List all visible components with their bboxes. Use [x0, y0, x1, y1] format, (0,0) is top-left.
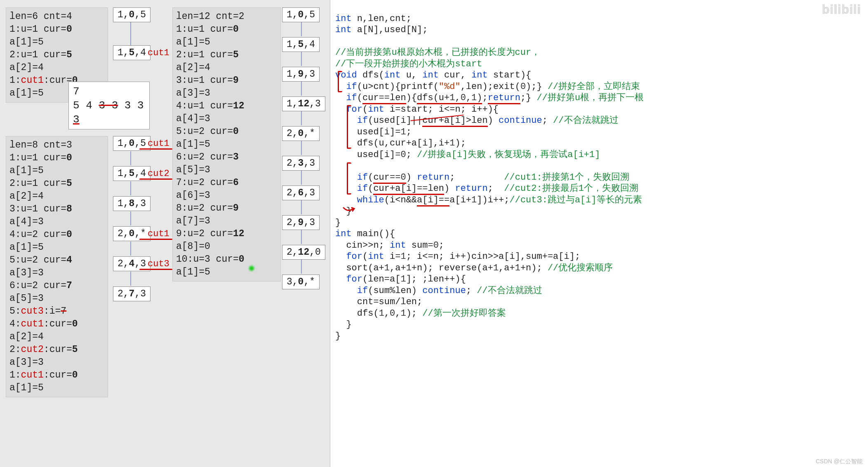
trace-line: 8:u=2 cur=9 a[7]=3: [176, 202, 277, 228]
trace-header: len=12 cnt=2: [176, 10, 277, 23]
trace-line: 9:u=2 cur=12 a[8]=0: [176, 228, 277, 253]
trace-line: 6:u=2 cur=7 a[5]=3: [9, 279, 104, 305]
red-bracket: [347, 105, 351, 149]
logo: bilibili: [822, 2, 861, 16]
trace-line: 6:u=2 cur=3 a[5]=3: [176, 151, 277, 176]
trace-line: 4:u=2 cur=0 a[1]=5: [9, 228, 104, 254]
trace-line: 1:u=1 cur=0 a[1]=5: [9, 23, 104, 49]
red-arrow: [343, 206, 356, 214]
trace-box-len12: len=12 cnt=2 1:u=1 cur=0 a[1]=52:u=1 cur…: [172, 7, 281, 282]
red-bracket: [347, 162, 351, 195]
trace-line: 7:u=2 cur=6 a[6]=3: [176, 176, 277, 202]
code-block: int int n,len,cnt;n,len,cnt; int a[N],us…: [330, 2, 868, 353]
tree-node: 1,0,5: [113, 7, 151, 22]
trace-box-len8: len=8 cnt=3 1:u=1 cur=0 a[1]=52:u=1 cur=…: [6, 136, 108, 397]
tree-node: 2,7,3: [113, 286, 151, 301]
tree-node: 2,12,0: [282, 245, 325, 260]
trace-line: 2:cut2:cur=5 a[3]=3: [9, 343, 104, 369]
watermark: CSDN @仁公智能: [816, 458, 863, 465]
tree-node: 2,9,3: [282, 215, 320, 230]
tree-node: 2,6,3: [282, 185, 320, 200]
trace-line: 5:u=2 cur=4 a[3]=3: [9, 254, 104, 279]
tree-node: 1,5,4: [282, 37, 320, 52]
trace-line: 3:u=1 cur=9 a[3]=3: [176, 74, 277, 100]
tree-node: 1,5,4: [113, 45, 151, 60]
left-pane: len=6 cnt=4 1:u=1 cur=0 a[1]=52:u=1 cur=…: [0, 0, 326, 467]
trace-line: 5:cut3:i=7: [9, 305, 104, 318]
tree-node: 1,0,5: [282, 7, 320, 22]
trace-line: 1:cut1:cur=0 a[1]=5: [9, 369, 104, 394]
input-n: 7: [73, 84, 145, 99]
tree-node: 1,8,3: [113, 196, 151, 211]
trace-line: 3:u=1 cur=8 a[4]=3: [9, 203, 104, 228]
trace-line: 2:u=1 cur=5 a[2]=4: [9, 177, 104, 203]
trace-header: len=6 cnt=4: [9, 10, 104, 23]
trace-line: 1:u=1 cur=0 a[1]=5: [176, 23, 277, 49]
tree-node: 1,12,3: [282, 96, 325, 111]
cut-label: cut1: [148, 48, 169, 58]
tree-node: 3,0,*: [282, 275, 320, 289]
input-box: 7 5 4 3 3 3 3 3: [68, 82, 150, 129]
tree-node: 2,3,3: [282, 156, 320, 171]
code-pane: bilibili int int n,len,cnt;n,len,cnt; in…: [330, 0, 868, 467]
trace-line: 10:u=3 cur=0 a[1]=5: [176, 253, 277, 279]
trace-line: 4:cut1:cur=0 a[2]=4: [9, 318, 104, 343]
tree-node: 2,0,*: [282, 126, 320, 141]
cut-label: cut1: [148, 138, 169, 149]
trace-line: 1:u=1 cur=0 a[1]=5: [9, 152, 104, 177]
trace-line: 5:u=2 cur=0 a[1]=5: [176, 125, 277, 151]
trace-line: 2:u=1 cur=5 a[2]=4: [9, 49, 104, 74]
trace-header: len=8 cnt=3: [9, 139, 104, 152]
cut-label: cut1: [148, 229, 169, 239]
trace-line: 2:u=1 cur=5 a[2]=4: [176, 49, 277, 74]
cut-label: cut3: [148, 259, 169, 269]
input-array: 5 4 3 3 3 3 3: [73, 99, 145, 127]
cursor-dot: [249, 266, 254, 271]
cut-label: cut2: [148, 169, 169, 179]
trace-line: 4:u=1 cur=12 a[4]=3: [176, 100, 277, 125]
tree-node: 1,9,3: [282, 67, 320, 82]
red-bracket: [338, 71, 342, 92]
